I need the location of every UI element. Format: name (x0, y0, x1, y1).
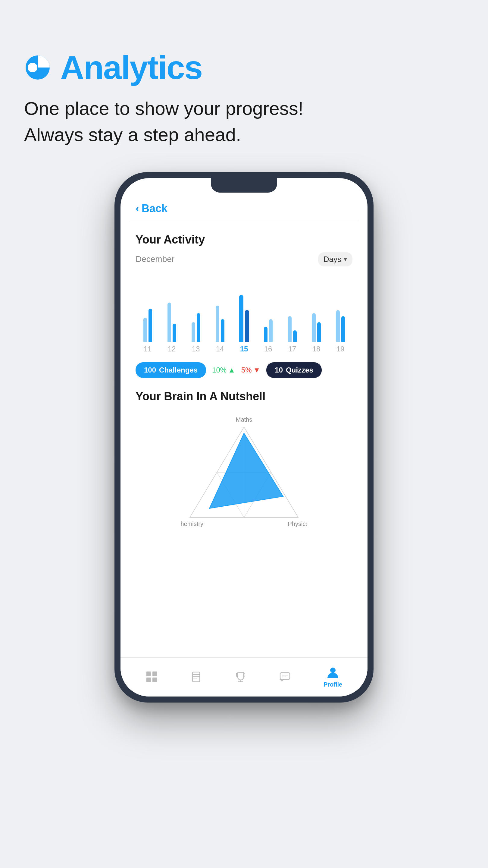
back-button[interactable]: ‹ Back (121, 196, 367, 221)
section-content: Your Activity December Days ▾ (121, 221, 367, 657)
svg-rect-24 (280, 673, 290, 679)
bar-chart (135, 276, 352, 342)
svg-rect-14 (147, 672, 151, 676)
svg-rect-17 (153, 678, 157, 682)
chevron-down-icon: ▾ (344, 255, 347, 263)
quizzes-pill: 10 Quizzes (266, 362, 321, 378)
screen-content: ‹ Back Your Activity December Days ▾ (121, 178, 367, 657)
nutshell-title: Your Brain In A Nutshell (135, 390, 352, 403)
svg-text:Maths: Maths (236, 416, 252, 423)
phone-notch (211, 178, 277, 193)
svg-point-1 (28, 63, 37, 72)
chat-icon (279, 671, 291, 683)
svg-rect-18 (193, 672, 200, 682)
bar-group-18 (304, 313, 328, 342)
triangle-chart: Maths (135, 409, 352, 535)
back-chevron-icon: ‹ (135, 202, 139, 215)
profile-icon (326, 666, 339, 679)
subtitle: One place to show your progress! Always … (24, 96, 464, 148)
bar-group-12 (160, 303, 184, 342)
bar-group-17 (280, 316, 304, 342)
svg-rect-16 (147, 678, 151, 682)
svg-rect-15 (153, 672, 157, 676)
nutshell-section: Your Brain In A Nutshell Maths (135, 390, 352, 535)
challenges-pill: 100 Challenges (135, 362, 206, 378)
analytics-icon (24, 54, 51, 81)
bar-group-19 (328, 310, 352, 342)
svg-point-27 (330, 668, 335, 673)
phone-container: ‹ Back Your Activity December Days ▾ (24, 172, 464, 703)
grid-icon (146, 671, 158, 683)
bar-group-14 (208, 306, 232, 342)
header-section: Analytics One place to show your progres… (24, 48, 464, 148)
stats-row: 100 Challenges 10% ▲ 5% ▼ (135, 362, 352, 378)
nav-item-home[interactable] (146, 671, 158, 683)
title-row: Analytics (24, 48, 464, 87)
period-selector[interactable]: Days ▾ (318, 252, 352, 267)
svg-text:Physics: Physics (288, 521, 307, 527)
red-change: 5% ▼ (241, 366, 260, 374)
profile-label: Profile (324, 681, 342, 688)
nav-item-trophy[interactable] (235, 671, 247, 683)
phone-outer: ‹ Back Your Activity December Days ▾ (115, 172, 373, 703)
bar-group-13 (184, 313, 208, 342)
book-icon (190, 671, 202, 683)
bar-group-15 (232, 295, 256, 342)
bottom-nav: Profile (121, 657, 367, 696)
svg-text:Chemistry: Chemistry (181, 521, 203, 527)
activity-header: December Days ▾ (135, 252, 352, 267)
bar-group-16 (256, 319, 280, 342)
activity-title: Your Activity (135, 233, 352, 246)
nav-item-profile[interactable]: Profile (324, 666, 342, 688)
bar-group-11 (135, 309, 160, 342)
page-title: Analytics (60, 48, 202, 87)
trophy-icon (235, 671, 247, 683)
svg-marker-11 (209, 433, 283, 508)
bar-labels: 11 12 13 14 15 16 17 18 19 (135, 345, 352, 353)
phone-screen: ‹ Back Your Activity December Days ▾ (121, 178, 367, 696)
month-label: December (135, 254, 174, 264)
green-change: 10% ▲ (212, 366, 235, 374)
page-wrapper: Analytics One place to show your progres… (0, 0, 488, 733)
nav-item-chat[interactable] (279, 671, 291, 683)
nav-item-book[interactable] (190, 671, 202, 683)
